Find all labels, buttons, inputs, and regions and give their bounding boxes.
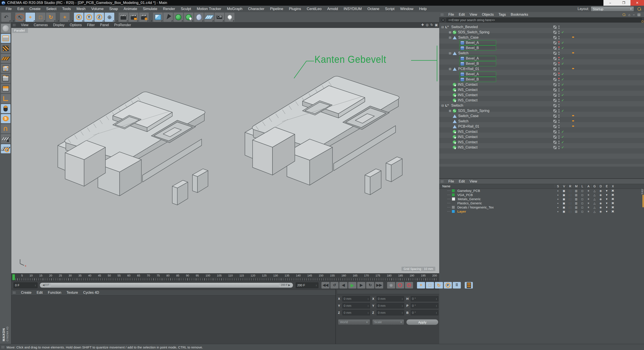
material-menu-item[interactable]: Cycles 4D [83, 291, 99, 294]
object-tree-row[interactable]: INS_Contact ✓ [439, 140, 644, 145]
menu-item[interactable]: Character [248, 7, 264, 11]
managers-icon[interactable] [573, 202, 579, 205]
layer-chip-icon[interactable] [553, 94, 556, 97]
animation-icon[interactable] [585, 202, 592, 205]
layer-menu-item[interactable]: View [470, 180, 477, 184]
object-menu-item[interactable]: Tags [498, 13, 506, 16]
visibility-dots-icon[interactable] [558, 120, 560, 123]
object-label[interactable]: INS_Contact [458, 83, 478, 86]
render-icon[interactable] [567, 206, 573, 209]
menu-item[interactable]: Motion Tracker [197, 7, 221, 11]
viewport-canvas[interactable]: x Parallel Kanten Gebevelt Grid Spacing … [11, 28, 439, 273]
texture-mode-icon[interactable] [1, 44, 10, 53]
menu-item[interactable]: File [6, 7, 12, 11]
close-button[interactable]: ✕ [630, 0, 644, 6]
object-tree-row[interactable]: ⊟ Switsch_Beveled [439, 24, 644, 30]
layer-row[interactable]: Layer [439, 209, 644, 214]
layer-chip-icon[interactable] [553, 52, 556, 55]
object-menu-item[interactable]: View [470, 13, 477, 16]
undo-icon[interactable]: ↶ [1, 13, 11, 22]
drag-handle-icon[interactable] [13, 291, 16, 294]
layer-chip-icon[interactable] [553, 36, 556, 39]
move-tool-icon[interactable]: + [26, 13, 35, 22]
animation-icon[interactable] [585, 189, 592, 192]
visibility-dots-icon[interactable] [558, 99, 560, 102]
animation-icon[interactable] [585, 194, 592, 196]
workplane-mode-icon[interactable] [1, 54, 10, 63]
solo-icon[interactable] [555, 194, 561, 196]
render-icon[interactable] [567, 189, 573, 192]
animation-icon[interactable] [585, 198, 592, 200]
layer-label[interactable]: Gameboy_PCB [457, 189, 480, 192]
points-mode-icon[interactable] [1, 64, 10, 73]
object-label[interactable]: PCB+Rail_01 [458, 124, 479, 128]
xref-icon[interactable] [610, 206, 616, 209]
spinner-icon[interactable]: ↕ [368, 298, 369, 300]
spinner-icon[interactable]: ↕ [436, 304, 437, 307]
live-selection-icon[interactable]: ↖ [15, 13, 25, 22]
solo-icon[interactable] [555, 206, 561, 209]
material-menu-item[interactable]: Edit [37, 291, 43, 294]
layer-row[interactable]: Gameboy_PCB [439, 189, 644, 193]
enabled-check-icon[interactable]: ✓ [561, 130, 565, 134]
menu-item[interactable]: Window [400, 7, 413, 11]
layer-chip-icon[interactable] [553, 99, 556, 102]
visibility-dots-icon[interactable] [558, 146, 560, 149]
deformers-icon[interactable] [598, 198, 604, 200]
enabled-check-icon[interactable]: ✓ [561, 72, 565, 76]
enabled-check-icon[interactable]: ✓ [561, 140, 565, 144]
xref-icon[interactable] [610, 202, 616, 205]
tag-dots-icon[interactable]: ●● [572, 124, 580, 128]
object-label[interactable]: Bevel_B [466, 62, 479, 66]
menu-item[interactable]: CentiLeo [307, 7, 322, 11]
solo-icon[interactable] [555, 202, 561, 205]
workplane-options-icon[interactable] [1, 144, 10, 153]
expander-icon[interactable]: ⊟ [449, 36, 453, 39]
coord-input[interactable]: 0 ° ↕ [411, 296, 438, 301]
object-menu-item[interactable]: Edit [459, 13, 465, 16]
timeline-film-button[interactable] [465, 282, 473, 288]
expander-icon[interactable]: ⊟ [449, 67, 453, 71]
spinner-icon[interactable]: ↕ [402, 304, 403, 307]
menu-item[interactable]: MoGraph [227, 7, 242, 11]
sep[interactable] [150, 13, 152, 22]
menu-item[interactable]: Volume [91, 7, 104, 11]
menu-item[interactable]: Sculpt [181, 7, 191, 11]
layer-row[interactable]: Plastics_Generic [439, 201, 644, 205]
view-icon[interactable] [561, 210, 567, 213]
coord-input[interactable]: 0 mm ↕ [377, 296, 404, 301]
sep[interactable] [115, 13, 118, 22]
object-label[interactable]: INS_Contact [458, 146, 478, 150]
animation-icon[interactable] [585, 206, 592, 209]
render-icon[interactable] [567, 194, 573, 196]
zoom-view-icon[interactable]: ◎ [426, 23, 428, 27]
layer-color-chip[interactable] [452, 206, 455, 209]
object-tree-row[interactable]: ⊞ SDS_Switch_Spring ✓ [439, 108, 644, 114]
sep[interactable] [70, 13, 73, 22]
spinner-icon[interactable]: ↕ [368, 312, 369, 314]
key-pla-button[interactable]: ⠿ [453, 282, 461, 288]
play-reverse-button[interactable]: ↺ [330, 282, 338, 288]
layer-label[interactable]: Plastics_Generic [457, 201, 482, 205]
pen-spline-icon[interactable] [163, 13, 173, 22]
layer-chip-icon[interactable] [553, 104, 556, 107]
layer-chip-icon[interactable] [553, 57, 556, 60]
sep[interactable] [12, 13, 14, 22]
object-tree-row[interactable]: ⊟ Switch_Case ●● [439, 35, 644, 40]
edges-mode-icon[interactable] [1, 74, 10, 83]
coord-input[interactable]: 0 mm ↕ [342, 303, 370, 308]
view-icon[interactable] [561, 198, 567, 200]
expander-icon[interactable]: ⊟ [449, 52, 453, 55]
lock-icon[interactable] [579, 198, 585, 200]
generators-icon[interactable] [592, 202, 598, 205]
solo-icon[interactable] [555, 198, 561, 200]
enabled-check-icon[interactable]: ✓ [561, 98, 565, 102]
layer-chip-icon[interactable] [553, 109, 556, 112]
deformers-icon[interactable] [598, 210, 604, 213]
visibility-dots-icon[interactable] [558, 104, 560, 107]
view-icon[interactable] [561, 194, 567, 196]
spinner-icon[interactable]: ↕ [436, 298, 437, 300]
visibility-dots-icon[interactable] [558, 41, 560, 44]
viewport-menu-item[interactable]: Panel [100, 23, 109, 27]
menu-item[interactable]: Edit [17, 7, 24, 11]
